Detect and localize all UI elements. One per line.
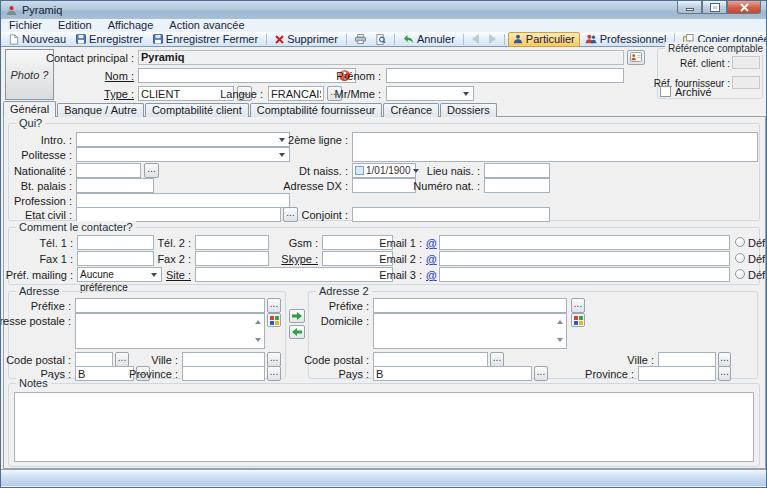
nationalite-browse-button[interactable]: ... [144,163,159,178]
pref-mailing-label: Préf. mailing : [0,268,73,282]
close-button[interactable] [727,1,761,14]
adresse2-map-button[interactable] [571,313,585,327]
nav-forward-button[interactable] [484,32,501,47]
menu-affichage[interactable]: Affichage [100,19,162,32]
numero-nat-input[interactable] [484,178,550,193]
fax1-input[interactable] [77,251,154,266]
bt-palais-input[interactable] [76,178,154,193]
tel1-input[interactable] [77,235,154,250]
adresse2-code-postal-browse-button[interactable]: ... [490,352,504,367]
maximize-button[interactable] [702,1,727,14]
mr-mme-select[interactable] [386,86,474,101]
nav-back-button[interactable] [467,32,484,47]
prenom-input[interactable] [386,68,624,83]
menu-action-avancee[interactable]: Action avancée [161,19,252,32]
archive-checkbox[interactable] [660,86,671,97]
adresse2-code-postal-input[interactable] [373,352,488,367]
etat-civil-browse-button[interactable]: ... [283,207,298,222]
email2-input[interactable] [439,251,730,266]
photo-placeholder[interactable]: Photo ? [5,49,54,100]
site-link-label[interactable]: Site : [131,268,191,282]
lieu-nais-input[interactable] [484,163,550,178]
print-button[interactable] [350,32,371,47]
tab-comptabilite-client[interactable]: Comptabilité client [145,103,249,117]
adresse-code-postal-input[interactable] [75,352,113,367]
adresse-ville-browse-button[interactable]: ... [267,352,281,367]
reference-comptable-title: Référence comptable [665,42,766,55]
enregistrer-button[interactable]: Enregistrer [71,32,148,47]
skype-input[interactable] [322,251,393,266]
profession-input[interactable] [76,193,290,208]
gsm-input[interactable] [322,235,393,250]
nom-input[interactable] [138,68,356,83]
skype-link-label[interactable]: Skype : [258,252,318,266]
email2-def-radio[interactable] [735,253,745,263]
adresse-province-browse-button[interactable]: ... [267,366,281,381]
adresse2-pays-browse-button[interactable]: ... [534,366,548,381]
tab-dossiers[interactable]: Dossiers [440,103,497,117]
nouveau-button[interactable]: Nouveau [4,32,71,47]
adresse-prefixe-input[interactable] [75,298,265,313]
tab-general[interactable]: Général [3,101,56,117]
email1-input[interactable] [439,235,730,250]
notes-textarea[interactable] [14,392,754,462]
menu-edition[interactable]: Edition [50,19,100,32]
enregistrer-fermer-button[interactable]: Enregistrer Fermer [148,32,263,47]
email3-at-icon[interactable]: @ [426,268,437,282]
email2-at-icon[interactable]: @ [426,252,437,266]
conjoint-input[interactable] [352,207,550,222]
tab-comptabilite-fournisseur[interactable]: Comptabilité fournisseur [250,103,383,117]
adresse2-prefixe-browse-button[interactable]: ... [571,298,585,313]
arrow-left-icon [292,328,302,336]
adresse2-prefixe-input[interactable] [373,298,567,313]
contact-picker-button[interactable] [627,50,645,65]
email1-at-icon[interactable]: @ [426,236,437,250]
nationalite-input[interactable] [76,163,141,178]
supprimer-button[interactable]: Supprimer [270,32,343,47]
etat-civil-input[interactable] [76,207,281,222]
email1-def-radio[interactable] [735,237,745,247]
adresse-province-input[interactable] [182,366,265,381]
email3-def-radio[interactable] [735,269,745,279]
copy-address-left-button[interactable] [289,325,305,339]
adresse-prefixe-browse-button[interactable]: ... [267,298,281,313]
adresse-ville-input[interactable] [182,352,265,367]
tab-page-general: Qui? Intro. : 2ème ligne : Politesse : N… [3,116,766,469]
annuler-button[interactable]: Annuler [398,32,460,47]
adresse-dx-input[interactable] [352,178,416,193]
langue-input[interactable] [268,86,324,101]
deuxieme-ligne-textarea[interactable] [352,132,758,162]
type-input[interactable] [138,86,234,101]
adresse-postale-textarea[interactable] [75,313,265,349]
save-close-icon [153,34,163,44]
langue-browse-button[interactable]: ... [327,86,342,101]
adresse-pays-input[interactable] [75,366,134,381]
dt-naiss-picker[interactable]: 1/01/1900 [352,163,416,178]
professionnel-toggle[interactable]: Professionnel [580,32,672,47]
dt-naiss-checkbox[interactable] [355,166,364,175]
adresse2-ville-input[interactable] [658,352,716,367]
tab-creance[interactable]: Créance [383,103,439,117]
intro-select[interactable] [76,132,290,147]
adresse-pays-browse-button[interactable]: ... [136,366,150,381]
adresse2-pays-input[interactable] [373,366,532,381]
minimize-button[interactable] [677,1,702,14]
menu-fichier[interactable]: Fichier [1,19,50,32]
adresse2-province-input[interactable] [638,366,716,381]
copy-address-right-button[interactable] [289,309,305,323]
tel2-input[interactable] [195,235,269,250]
tab-banque-autre[interactable]: Banque / Autre [57,103,144,117]
adresse2-ville-browse-button[interactable]: ... [718,352,731,367]
politesse-select[interactable] [76,147,290,162]
adresse2-province-browse-button[interactable]: ... [718,366,731,381]
adresse-map-button[interactable] [267,313,281,327]
print-preview-button[interactable] [371,32,391,47]
site-input[interactable] [195,267,393,282]
adresse-code-postal-browse-button[interactable]: ... [115,352,129,367]
type-browse-button[interactable]: ... [237,86,252,101]
domicile-textarea[interactable] [373,313,567,349]
type-link-label[interactable]: Type : [74,87,134,101]
nom-link-label[interactable]: Nom : [74,69,134,83]
particulier-toggle[interactable]: Particulier [508,32,580,47]
email3-input[interactable] [439,267,730,282]
